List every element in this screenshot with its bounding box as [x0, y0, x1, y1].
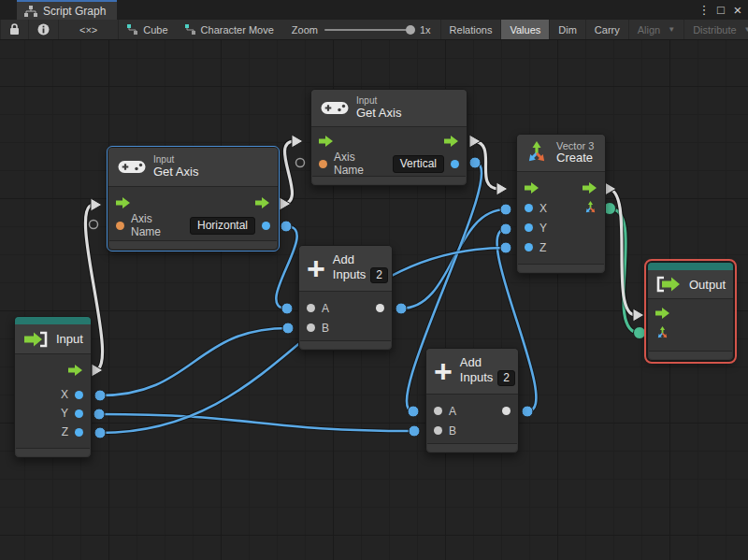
window-maximize-button[interactable]: □: [712, 0, 729, 20]
window-close-button[interactable]: ×: [729, 0, 746, 20]
port-label-z: Z: [62, 425, 68, 438]
align-dropdown[interactable]: Align▼: [629, 20, 684, 39]
graph-canvas[interactable]: Input Get Axis Axis Name Vertical: [0, 40, 748, 560]
value-connection-bubble: [94, 427, 106, 438]
inputs-count-field[interactable]: 2: [370, 267, 388, 283]
port-label-x: X: [61, 388, 68, 401]
z-output-port[interactable]: [75, 428, 83, 437]
value-output-port[interactable]: [262, 222, 270, 230]
param-label: Axis Name: [334, 151, 386, 177]
node-title: Add: [333, 253, 388, 267]
b-input-port[interactable]: [307, 323, 315, 332]
chevron-down-icon: ▼: [744, 25, 748, 34]
code-icon: <×>: [79, 24, 97, 36]
a-input-port[interactable]: [307, 304, 315, 312]
zoom-slider-knob[interactable]: [406, 25, 415, 35]
control-output-port[interactable]: [583, 182, 597, 194]
wire-input-x-to-add1-b[interactable]: [100, 328, 288, 395]
inputs-count-field[interactable]: 2: [497, 370, 515, 386]
values-toggle[interactable]: Values: [501, 20, 550, 39]
node-add-2[interactable]: + Add Inputs 2 A B: [425, 348, 519, 453]
b-input-port[interactable]: [434, 426, 442, 435]
port-label-b: B: [322, 322, 329, 335]
node-footer: [312, 176, 466, 184]
node-get-axis-horizontal[interactable]: Input Get Axis Axis Name Horizontal: [108, 147, 279, 251]
node-vector3-create[interactable]: Vector 3 Create X: [516, 134, 606, 274]
vector3-output-port[interactable]: [583, 201, 597, 215]
port-label-y: Y: [61, 407, 68, 420]
control-input-port[interactable]: [655, 308, 670, 319]
breadcrumb-character-move[interactable]: Character Move: [177, 20, 282, 39]
z-input-port[interactable]: [525, 243, 533, 251]
value-connection-bubble: [409, 425, 420, 437]
axis-name-field[interactable]: Vertical: [393, 155, 444, 173]
value-connection-bubble: [408, 406, 419, 417]
graph-breadcrumb-icon: [185, 24, 196, 35]
gamepad-icon: [321, 99, 349, 117]
control-connection-arrow: [633, 309, 644, 322]
tab-bar: Script Graph ⋮ □ ×: [0, 0, 748, 20]
string-input-port[interactable]: [319, 160, 327, 168]
lock-button[interactable]: [0, 20, 29, 39]
code-preview-button[interactable]: <×>: [59, 20, 119, 39]
tab-script-graph[interactable]: Script Graph: [17, 0, 117, 20]
info-button[interactable]: [29, 20, 59, 39]
unconnected-port-ring[interactable]: [296, 159, 305, 167]
breadcrumb-character-label: Character Move: [201, 24, 274, 36]
subgraph-accent-bar: [15, 317, 91, 324]
node-add-1[interactable]: + Add Inputs 2 A B: [298, 245, 393, 351]
param-label: Axis Name: [131, 212, 183, 238]
zoom-slider[interactable]: [324, 29, 413, 31]
wire-getaxis-horizontal-ctrl-to-getaxis-vertical[interactable]: [282, 141, 295, 204]
axis-name-field[interactable]: Horizontal: [190, 217, 255, 235]
sum-output-port[interactable]: [376, 304, 384, 312]
control-input-port[interactable]: [319, 136, 334, 147]
node-graph-input[interactable]: Input X Y Z: [14, 316, 92, 458]
add-icon: +: [307, 256, 325, 280]
unconnected-port-ring[interactable]: [90, 221, 98, 229]
wire-horizontal-value-to-add1-a[interactable]: [276, 226, 296, 309]
dim-toggle[interactable]: Dim: [550, 20, 586, 39]
x-output-port[interactable]: [75, 391, 83, 399]
control-connection-arrow: [292, 135, 303, 148]
subgraph-accent-bar: [648, 263, 733, 270]
control-output-port[interactable]: [68, 365, 83, 376]
chevron-down-icon: ▼: [668, 25, 675, 34]
node-get-axis-vertical[interactable]: Input Get Axis Axis Name Vertical: [310, 89, 468, 186]
lock-icon: [9, 23, 20, 36]
y-output-port[interactable]: [75, 409, 83, 418]
value-connection-bubble: [280, 221, 292, 232]
unity-script-graph-window: Script Graph ⋮ □ × <×>: [0, 0, 748, 560]
control-output-port[interactable]: [255, 197, 270, 208]
x-input-port[interactable]: [525, 204, 533, 212]
control-connection-arrow: [469, 135, 481, 148]
string-input-port[interactable]: [116, 222, 124, 230]
value-connection-bubble: [500, 204, 511, 215]
distribute-dropdown[interactable]: Distribute▼: [684, 20, 748, 39]
sum-output-port[interactable]: [502, 407, 511, 415]
node-title: Get Axis: [153, 165, 198, 179]
y-input-port[interactable]: [525, 223, 533, 232]
value-connection-bubble: [500, 242, 511, 253]
control-output-port[interactable]: [444, 136, 459, 147]
input-node-icon: [22, 331, 49, 348]
port-label-y: Y: [539, 222, 547, 235]
vector3-input-port[interactable]: [655, 326, 669, 340]
node-title: Output: [689, 278, 726, 292]
value-output-port[interactable]: [451, 160, 459, 168]
node-graph-output[interactable]: Output: [647, 262, 734, 361]
graph-toolbar: <×> Cube Character Move Zoom 1x: [0, 20, 748, 40]
relations-toggle[interactable]: Relations: [440, 20, 502, 39]
value-connection-bubble: [396, 303, 407, 314]
control-input-port[interactable]: [525, 182, 539, 194]
zoom-label: Zoom: [292, 24, 318, 36]
carry-toggle[interactable]: Carry: [586, 20, 629, 39]
value-connection-bubble: [500, 223, 511, 235]
node-title: Create: [556, 151, 594, 165]
node-footer: [518, 264, 604, 272]
window-menu-button[interactable]: ⋮: [696, 0, 712, 20]
control-input-port[interactable]: [116, 197, 131, 208]
a-input-port[interactable]: [434, 407, 442, 415]
breadcrumb-cube[interactable]: Cube: [119, 20, 176, 39]
value-connection-bubble: [94, 409, 105, 420]
